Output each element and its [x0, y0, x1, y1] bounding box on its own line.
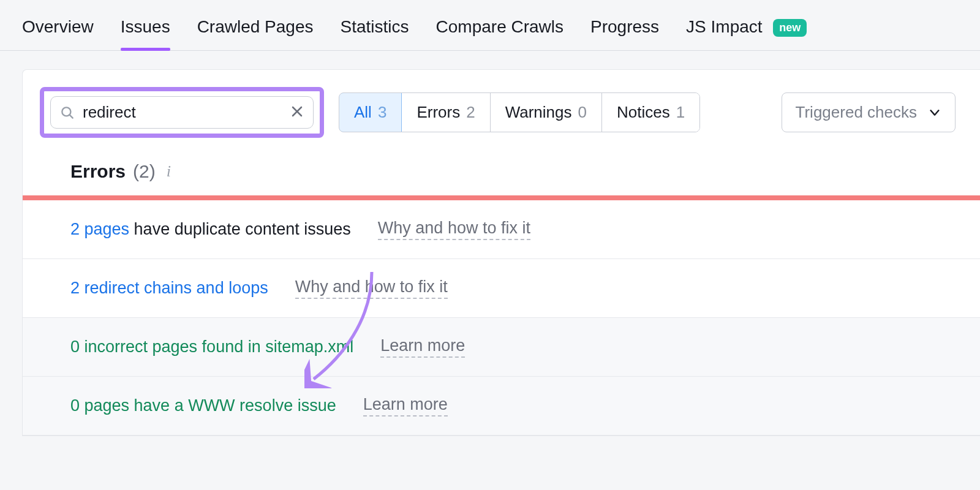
issue-list: 2 pages have duplicate content issuesWhy…: [23, 200, 980, 435]
top-tabs: Overview Issues Crawled Pages Statistics…: [0, 0, 980, 51]
tab-issues[interactable]: Issues: [121, 12, 170, 50]
issue-text: 2 pages have duplicate content issues: [70, 220, 351, 239]
errors-accent-bar: [23, 195, 980, 200]
filter-errors[interactable]: Errors 2: [402, 93, 490, 132]
issue-row: 0 pages have a WWW resolve issueLearn mo…: [23, 377, 980, 435]
triggered-checks-dropdown[interactable]: Triggered checks: [782, 92, 956, 132]
filter-notices[interactable]: Notices 1: [602, 93, 699, 132]
issue-text: 2 redirect chains and loops: [70, 279, 268, 298]
issue-link[interactable]: 2 redirect chains and loops: [70, 279, 268, 297]
fix-link[interactable]: Learn more: [363, 395, 448, 417]
svg-line-1: [69, 115, 72, 118]
search-highlight: [40, 87, 324, 138]
issue-row: 2 pages have duplicate content issuesWhy…: [23, 200, 980, 259]
issue-link[interactable]: 2 pages: [70, 220, 129, 238]
filter-all[interactable]: All 3: [339, 92, 402, 132]
search-input[interactable]: [83, 103, 290, 122]
chevron-down-icon: [928, 106, 941, 119]
issue-row: 2 redirect chains and loopsWhy and how t…: [23, 259, 980, 318]
filter-label: Errors: [417, 103, 460, 122]
clear-icon[interactable]: [290, 104, 304, 121]
filter-warnings[interactable]: Warnings 0: [491, 93, 602, 132]
filter-label: All: [354, 103, 372, 122]
fix-link[interactable]: Why and how to fix it: [378, 219, 530, 240]
section-count: (2): [133, 161, 156, 182]
toolbar: All 3 Errors 2 Warnings 0 Notices 1 Trig…: [23, 70, 980, 155]
tab-crawled-pages[interactable]: Crawled Pages: [197, 12, 314, 50]
issue-link[interactable]: 0 incorrect pages found in sitemap.xml: [70, 337, 353, 356]
filter-count: 3: [378, 103, 386, 122]
issue-type-filter: All 3 Errors 2 Warnings 0 Notices 1: [339, 92, 700, 132]
new-badge: new: [773, 19, 807, 37]
tab-overview[interactable]: Overview: [22, 12, 94, 50]
issue-link[interactable]: 0 pages have a WWW resolve issue: [70, 396, 336, 415]
tab-js-impact[interactable]: JS Impact new: [686, 12, 807, 50]
tab-progress[interactable]: Progress: [590, 12, 659, 50]
tab-compare-crawls[interactable]: Compare Crawls: [436, 12, 564, 50]
search-icon: [59, 105, 75, 121]
fix-link[interactable]: Why and how to fix it: [295, 277, 448, 299]
filter-count: 2: [466, 103, 475, 122]
tab-label: JS Impact: [686, 17, 762, 36]
filter-label: Notices: [617, 103, 670, 122]
filter-count: 1: [676, 103, 685, 122]
issue-row: 0 incorrect pages found in sitemap.xmlLe…: [23, 318, 980, 377]
dropdown-label: Triggered checks: [796, 103, 917, 122]
errors-section-header: Errors (2) i: [23, 155, 980, 195]
filter-count: 0: [578, 103, 586, 122]
issue-text: 0 incorrect pages found in sitemap.xml: [70, 337, 353, 356]
tab-statistics[interactable]: Statistics: [341, 12, 409, 50]
issue-suffix: have duplicate content issues: [129, 220, 351, 238]
section-title: Errors: [70, 161, 126, 182]
info-icon[interactable]: i: [167, 162, 171, 181]
fix-link[interactable]: Learn more: [380, 336, 465, 358]
issues-panel: All 3 Errors 2 Warnings 0 Notices 1 Trig…: [22, 69, 980, 436]
search-field[interactable]: [50, 96, 314, 129]
filter-label: Warnings: [505, 103, 572, 122]
issue-text: 0 pages have a WWW resolve issue: [70, 396, 336, 415]
